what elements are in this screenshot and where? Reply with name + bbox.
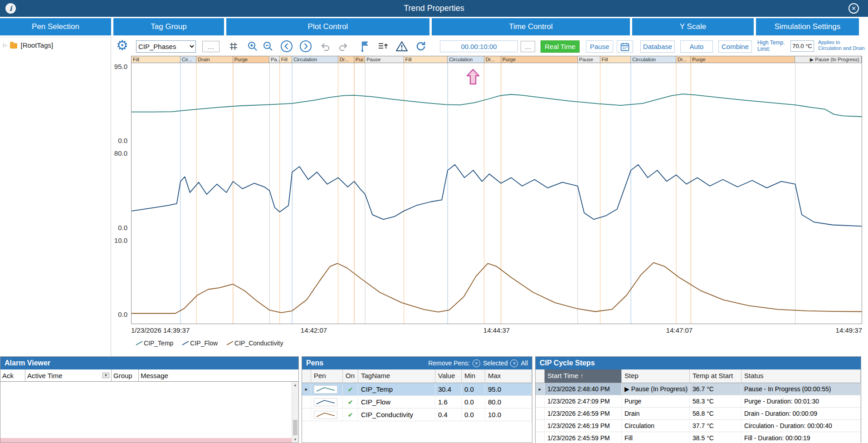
pause-button[interactable]: Pause bbox=[586, 40, 613, 53]
step-back-icon[interactable] bbox=[280, 40, 293, 53]
pens-row[interactable]: ✔CIP_Flow1.60.080.0 bbox=[302, 396, 532, 409]
pens-panel: Pens Remove Pens: × Selected × All PenOn… bbox=[302, 356, 532, 443]
filter-icon[interactable]: ▼ bbox=[102, 373, 109, 378]
y-axis-label: 0.0 bbox=[107, 137, 127, 144]
zoom-out-icon[interactable] bbox=[262, 40, 274, 52]
sort-up-icon: ↑ bbox=[580, 372, 584, 379]
phase-segment: Purge bbox=[501, 56, 578, 63]
phase-segment: Fill bbox=[132, 56, 180, 63]
time-more-button[interactable]: … bbox=[521, 41, 535, 52]
grid-icon[interactable] bbox=[229, 41, 239, 51]
scrollbar[interactable]: ▲ ▼ bbox=[292, 382, 298, 443]
tab-y-scale[interactable]: Y Scale bbox=[632, 18, 754, 35]
trend-chart: FillCir...DrainPurgePa...FillCirculation… bbox=[131, 56, 862, 324]
database-button[interactable]: Database bbox=[640, 40, 675, 53]
cip-step: Fill bbox=[622, 432, 690, 443]
real-time-button[interactable]: Real Time bbox=[541, 40, 580, 53]
scrollbar-thumb[interactable] bbox=[293, 420, 297, 435]
refresh-icon[interactable] bbox=[414, 40, 427, 53]
tab-time-control[interactable]: Time Control bbox=[432, 18, 630, 35]
cip-column-status[interactable]: Status bbox=[741, 369, 861, 383]
scroll-up-icon[interactable]: ▲ bbox=[292, 382, 298, 388]
phase-segment: Dr... bbox=[676, 56, 691, 63]
phase-segment: Circulation bbox=[448, 56, 484, 63]
remove-all-icon[interactable]: × bbox=[510, 359, 518, 367]
cip-status: Purge - Duration: 00:01:30 bbox=[741, 395, 861, 407]
redo-icon[interactable] bbox=[337, 41, 348, 52]
cip-start-time: 1/23/2026 2:45:59 PM bbox=[545, 432, 622, 443]
legend-item: CIP_Flow bbox=[181, 340, 218, 347]
tag-group-more-button[interactable]: … bbox=[202, 41, 219, 52]
cip-column-start-time[interactable]: Start Time ↑ bbox=[545, 369, 622, 383]
pen-min: 0.0 bbox=[462, 396, 485, 408]
tab-plot-control[interactable]: Plot Control bbox=[226, 18, 429, 35]
phase-segment: ▶ Pause (In Progress) bbox=[795, 56, 862, 63]
annotation-flag-icon[interactable] bbox=[359, 39, 371, 52]
tree-item-roottags[interactable]: ▷ [RootTags] bbox=[0, 37, 111, 53]
combine-button[interactable]: Combine bbox=[718, 40, 752, 53]
cip-step-row[interactable]: 1/23/2026 2:45:59 PMFill38.5 °CFill - Du… bbox=[536, 432, 861, 443]
plot-area[interactable] bbox=[132, 63, 862, 324]
gear-icon[interactable]: ⚙ bbox=[116, 39, 128, 52]
pen-value: 0.4 bbox=[435, 409, 462, 421]
cip-status: Fill - Duration: 00:00:19 bbox=[741, 432, 861, 443]
warning-icon[interactable] bbox=[395, 40, 408, 53]
row-indicator: ▸ bbox=[536, 383, 545, 395]
calendar-icon bbox=[620, 42, 630, 52]
cip-step-row[interactable]: 1/23/2026 2:47:09 PMPurge58.3 °CPurge - … bbox=[536, 395, 861, 408]
y-axis-label: 0.0 bbox=[107, 224, 127, 231]
cip-table-header: Start Time ↑StepTemp at StartStatus bbox=[536, 369, 861, 383]
legend-item: CIP_Temp bbox=[135, 340, 173, 347]
legend-line-sample bbox=[135, 340, 143, 346]
undo-icon[interactable] bbox=[320, 41, 331, 52]
cip-column-step[interactable]: Step bbox=[622, 369, 690, 383]
alarm-row[interactable] bbox=[0, 438, 292, 443]
cip-temp-at-start: 36.7 °C bbox=[690, 383, 741, 395]
pen-on-checkbox[interactable]: ✔ bbox=[343, 383, 358, 395]
pens-column-tagname[interactable]: TagName bbox=[358, 369, 435, 383]
pens-column-min[interactable]: Min bbox=[462, 369, 485, 383]
pen-on-checkbox[interactable]: ✔ bbox=[343, 396, 358, 408]
pens-column-on[interactable]: On bbox=[343, 369, 358, 383]
pens-column-pen[interactable]: Pen bbox=[311, 369, 343, 383]
tab-simulation-settings[interactable]: Simulation Settings bbox=[756, 18, 859, 35]
cip-step: ▶ Pause (In Progress) bbox=[622, 383, 690, 395]
tag-group-select[interactable]: CIP_Phases bbox=[136, 40, 196, 53]
pens-row[interactable]: ▸✔CIP_Temp30.40.095.0 bbox=[302, 383, 532, 396]
calendar-button[interactable] bbox=[617, 40, 633, 53]
pen-selection-tree-panel: ▷ [RootTags] bbox=[0, 37, 111, 356]
high-temp-limit-input[interactable] bbox=[790, 40, 814, 52]
remove-selected-label[interactable]: Selected bbox=[483, 359, 507, 367]
expand-icon[interactable]: ▷ bbox=[3, 42, 7, 48]
close-icon[interactable]: ✕ bbox=[848, 3, 859, 14]
zoom-in-icon[interactable] bbox=[247, 40, 258, 52]
cip-column-temp-at-start[interactable]: Temp at Start bbox=[690, 369, 741, 383]
alarm-column-header: AckActive Time▼GroupMessage bbox=[0, 369, 298, 382]
pen-on-checkbox[interactable]: ✔ bbox=[343, 409, 358, 421]
cip-step-row[interactable]: ▸1/23/2026 2:48:40 PM▶ Pause (In Progres… bbox=[536, 383, 861, 395]
remove-selected-icon[interactable]: × bbox=[473, 359, 480, 367]
remove-pens-label: Remove Pens: bbox=[428, 359, 470, 367]
cip-step-row[interactable]: 1/23/2026 2:46:59 PMDrain58.8 °CDrain - … bbox=[536, 408, 861, 420]
cip-step-row[interactable]: 1/23/2026 2:46:19 PMCirculation37.7 °CCi… bbox=[536, 420, 861, 432]
tab-pen-selection[interactable]: Pen Selection bbox=[0, 18, 111, 35]
auto-button[interactable]: Auto bbox=[680, 40, 713, 53]
cip-steps-header: CIP Cycle Steps bbox=[536, 357, 861, 369]
pens-column-value[interactable]: Value bbox=[435, 369, 462, 383]
annotation-marker[interactable] bbox=[466, 69, 480, 87]
tab-tag-group[interactable]: Tag Group bbox=[113, 18, 224, 35]
pens-column-max[interactable]: Max bbox=[485, 369, 532, 383]
scroll-down-icon[interactable]: ▼ bbox=[292, 436, 298, 443]
y-axis-label: 10.0 bbox=[107, 236, 127, 244]
pens-column-indicator[interactable] bbox=[302, 369, 311, 383]
cip-column-indicator[interactable] bbox=[536, 369, 545, 383]
step-forward-icon[interactable] bbox=[299, 40, 312, 53]
cip-start-time: 1/23/2026 2:47:09 PM bbox=[545, 395, 622, 407]
pens-row[interactable]: ✔CIP_Conductivity0.40.010.0 bbox=[302, 409, 532, 421]
time-span-input[interactable] bbox=[440, 40, 518, 52]
alarm-column-message: Message bbox=[139, 369, 298, 381]
remove-all-label[interactable]: All bbox=[521, 359, 528, 367]
pen-line-sample bbox=[311, 409, 343, 421]
pen-order-icon[interactable] bbox=[377, 41, 388, 52]
legend: CIP_TempCIP_FlowCIP_Conductivity bbox=[135, 340, 283, 347]
